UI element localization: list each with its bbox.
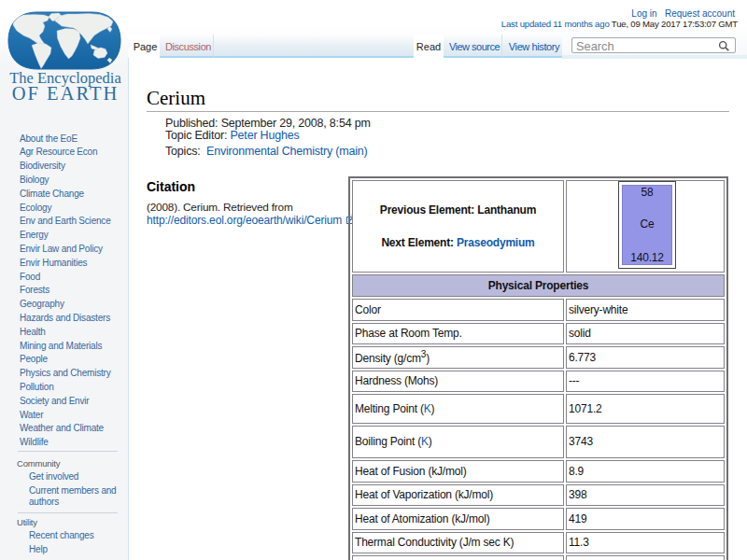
- svg-text:OF EARTH: OF EARTH: [12, 83, 119, 104]
